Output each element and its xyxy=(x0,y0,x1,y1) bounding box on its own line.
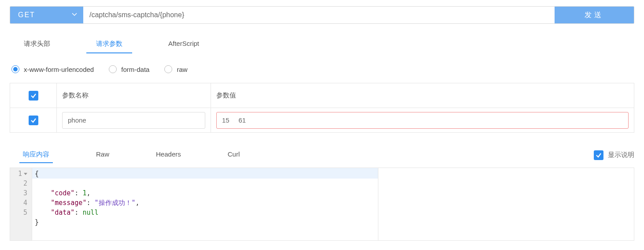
tab-request-params[interactable]: 请求参数 xyxy=(86,35,132,53)
editor-gutter: 1 2 3 4 5 xyxy=(10,168,32,240)
tab-afterscript[interactable]: AfterScript xyxy=(159,35,209,53)
editor-code[interactable]: { "code": 1, "message": "操作成功！", "data":… xyxy=(32,168,378,240)
radio-formdata[interactable]: form-data xyxy=(109,65,149,73)
checkbox-all-params[interactable] xyxy=(29,91,38,101)
show-desc-label: 显示说明 xyxy=(608,151,634,159)
table-row xyxy=(10,108,634,133)
radio-label-formdata: form-data xyxy=(121,66,149,73)
radio-label-raw: raw xyxy=(177,66,187,73)
tab-request-headers[interactable]: 请求头部 xyxy=(14,35,60,53)
tab-response-headers[interactable]: Headers xyxy=(152,147,185,163)
param-name-input[interactable] xyxy=(62,112,205,129)
http-method-label: GET xyxy=(18,11,35,19)
tab-response-curl[interactable]: Curl xyxy=(224,147,244,163)
request-tabs: 请求头部 请求参数 AfterScript xyxy=(10,35,634,54)
description-pane xyxy=(378,168,634,240)
line-number: 2 xyxy=(18,179,27,188)
tab-response-body[interactable]: 响应内容 xyxy=(19,147,53,163)
response-editor: 1 2 3 4 5 { "code": 1, "message": "操作成功！… xyxy=(10,168,634,241)
checkbox-show-desc[interactable] xyxy=(594,150,603,160)
line-number: 4 xyxy=(18,198,27,208)
line-number: 3 xyxy=(18,188,27,198)
body-type-radio-group: x-www-form-urlencoded form-data raw xyxy=(10,65,634,73)
response-tabs: 响应内容 Raw Headers Curl xyxy=(10,147,594,163)
send-button[interactable]: 发送 xyxy=(555,7,634,23)
radio-icon xyxy=(109,65,117,73)
line-number[interactable]: 1 xyxy=(18,169,27,179)
col-header-param-value: 参数值 xyxy=(211,83,634,108)
request-url-input[interactable] xyxy=(83,7,555,23)
radio-raw[interactable]: raw xyxy=(164,65,187,73)
col-header-param-name: 参数名称 xyxy=(57,83,211,108)
radio-label-urlencoded: x-www-form-urlencoded xyxy=(24,66,94,73)
checkbox-param-row[interactable] xyxy=(29,116,38,125)
http-method-select[interactable]: GET xyxy=(10,7,83,23)
line-number: 5 xyxy=(18,208,27,217)
params-table: 参数名称 参数值 xyxy=(10,83,634,133)
tab-response-raw[interactable]: Raw xyxy=(93,147,113,163)
param-value-input[interactable] xyxy=(216,112,629,129)
radio-urlencoded[interactable]: x-www-form-urlencoded xyxy=(11,65,94,73)
radio-icon xyxy=(164,65,172,73)
radio-icon xyxy=(11,65,19,73)
chevron-down-icon xyxy=(72,12,77,17)
